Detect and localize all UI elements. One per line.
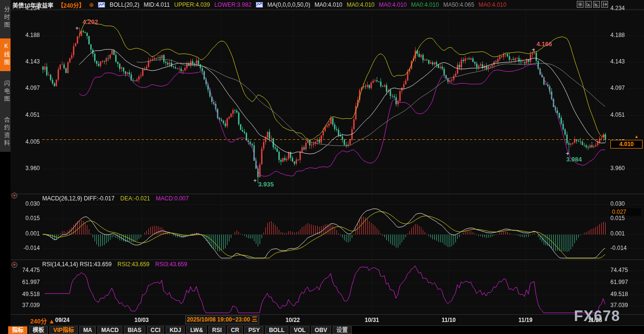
toolbar-item-ma[interactable]: MA [79, 326, 96, 334]
macd-value-readout: MACD:0.007 [156, 195, 189, 202]
ma-indicator-icon [256, 2, 263, 8]
price-tick-label: 4.143 [12, 58, 40, 65]
rsi-tick-label: 49.518 [12, 291, 40, 297]
price-tick-label: 4.051 [12, 111, 40, 118]
ma-value-6: MA0:4.010 [478, 1, 506, 8]
sidebar-item-time-chart[interactable]: 分时图 [0, 2, 11, 34]
toolbar-item-psy[interactable]: PSY [244, 326, 263, 334]
price-tick-label: 3.960 [12, 165, 40, 172]
boll-name: BOLL(20,2) [109, 1, 139, 8]
panel-handle-arrow-icon [13, 264, 16, 266]
rsi-tick-label: 37.039 [12, 302, 40, 309]
rsi-tick-label: 74.475 [12, 267, 40, 273]
ma-value-1: MA0:4.010 [314, 1, 342, 8]
time-tick-label: 11/19 [506, 317, 545, 323]
toolbar-item-vol[interactable]: VOL [290, 326, 310, 334]
macd-tick-label: 0.015 [610, 215, 641, 222]
current-price-badge: 4.010 [610, 140, 643, 148]
time-tick-label: 10/22 [274, 317, 312, 323]
rsi3-readout: RSI3:43.659 [155, 261, 187, 268]
period-label[interactable]: 【240分】 [58, 1, 84, 9]
time-tick-label: 09/24 [43, 317, 82, 323]
high-annotation-2: 4.166 [537, 40, 552, 48]
rsi-tick-label: 74.475 [610, 267, 641, 273]
sidebar-item-kline-chart[interactable]: K线图 [0, 38, 11, 71]
sidebar: 分时图 K线图 闪电图 合约资料 [0, 0, 11, 334]
ma-value-3: MA0:4.010 [379, 1, 407, 8]
high-marker-2: + [532, 47, 535, 53]
price-tick-label: 4.188 [610, 32, 641, 38]
chart-header: 美债10年收益率 【240分】 ⊕ BOLL(20,2) MID:4.011 U… [12, 0, 644, 10]
price-tick-label: 4.143 [610, 58, 641, 65]
toolbar-item-lw[interactable]: LW& [186, 326, 207, 334]
macd-tick-label: 0.001 [12, 230, 40, 237]
time-tick-label: 10/03 [122, 317, 161, 323]
toolbar-item-template[interactable]: 模板 [29, 326, 48, 334]
rsi-tick-label: 49.518 [610, 291, 641, 297]
boll-upper-value: UPPER:4.039 [174, 1, 210, 8]
toolbar-item-obv[interactable]: OBV [311, 326, 331, 334]
low-marker-1: + [253, 177, 257, 184]
price-tick-label: 4.051 [610, 111, 641, 118]
boll-indicator-icon [98, 2, 105, 8]
macd-tick-label: -0.014 [12, 245, 40, 251]
rsi2-readout: RSI2:43.659 [118, 261, 150, 268]
fx678-watermark: FX678 [574, 308, 620, 325]
macd-tick-label: -0.014 [610, 245, 641, 251]
price-arrow-icon: ▲ [634, 134, 639, 139]
rsi1-readout: RSI(14,14,14) RSI1:43.659 [42, 261, 112, 268]
price-tick-label: 4.097 [12, 85, 40, 91]
trading-app: 分时图 K线图 闪电图 合约资料 美债10年收益率 【240分】 ⊕ BOLL(… [0, 0, 644, 334]
panel-handle-arrow-icon [13, 195, 16, 197]
macd-value-badge: 0.027 [610, 208, 641, 216]
ma-name: MA(0,0,0,0,50,0) [267, 1, 310, 8]
toolbar-item-settings[interactable]: 设置 [333, 326, 352, 334]
macd-tick-label: 0.030 [610, 200, 641, 207]
selected-bar-datetime: 2025/10/08 19:00~23:00 三 [185, 315, 259, 324]
boll-lower-value: LOWER:3.982 [215, 1, 251, 8]
low-annotation-1: 3.935 [258, 181, 274, 188]
macd-tick-label: 0.001 [610, 230, 641, 237]
toolbar-item-cr[interactable]: CR [227, 326, 243, 334]
chart-canvas[interactable] [0, 0, 644, 334]
price-tick-label: 3.960 [610, 165, 641, 172]
rsi-panel-label: RSI(14,14,14) RSI1:43.659 RSI2:43.659 RS… [42, 261, 187, 268]
sidebar-item-lightning-chart[interactable]: 闪电图 [0, 76, 11, 108]
time-tick-label: 10/31 [353, 317, 391, 323]
boll-mid-value: MID:4.011 [144, 1, 170, 8]
sidebar-item-contract-info[interactable]: 合约资料 [0, 112, 11, 152]
macd-tick-label: 0.015 [12, 215, 40, 222]
toolbar-item-kdj[interactable]: KDJ [166, 326, 185, 334]
toolbar-item-vip-indicator[interactable]: VIP指标 [49, 326, 78, 334]
toolbar-item-boll[interactable]: BOLL [265, 326, 288, 334]
price-tick-label: 4.005 [12, 138, 40, 145]
high-marker-1: + [75, 25, 79, 32]
macd-tick-label: 0.030 [12, 200, 40, 207]
rsi-panel-handle[interactable] [12, 262, 17, 268]
low-marker-2: + [566, 150, 569, 157]
price-tick-label: 4.097 [610, 85, 641, 91]
macd-diff-readout: MACD(26,12,9) DIFF:-0.017 [42, 195, 115, 202]
zoom-circle-icon[interactable]: ⊕ [89, 1, 94, 8]
rsi-tick-label: 61.997 [610, 279, 641, 285]
sidebar-tabs: 分时图 K线图 闪电图 合约资料 [0, 0, 11, 152]
macd-dea-readout: DEA:-0.021 [120, 195, 150, 202]
ma50-value: MA50:4.065 [443, 1, 475, 8]
indicator-toolbar: 指标 模板 VIP指标 MA MACD BIAS CCI KDJ LW& RSI… [0, 326, 644, 334]
price-tick-label: 4.188 [12, 32, 40, 38]
toolbar-item-rsi[interactable]: RSI [208, 326, 226, 334]
time-tick-label: 11/10 [429, 317, 468, 323]
rsi-tick-label: 61.997 [12, 279, 40, 285]
toolbar-item-macd[interactable]: MACD [97, 326, 122, 334]
high-annotation-1: 4.202 [83, 18, 98, 25]
ma-value-4: MA0:4.010 [411, 1, 439, 8]
toolbar-item-bias[interactable]: BIAS [124, 326, 145, 334]
time-axis: 240分 ▲ 2025/10/08 19:00~23:00 三 [11, 315, 644, 325]
toolbar-item-indicator[interactable]: 指标 [8, 326, 27, 334]
macd-panel-handle[interactable] [12, 193, 17, 198]
ma-value-2: MA0:4.010 [347, 1, 375, 8]
symbol-title: 美债10年收益率 [12, 1, 53, 9]
macd-panel-label: MACD(26,12,9) DIFF:-0.017 DEA:-0.021 MAC… [42, 195, 189, 202]
toolbar-item-cci[interactable]: CCI [147, 326, 165, 334]
